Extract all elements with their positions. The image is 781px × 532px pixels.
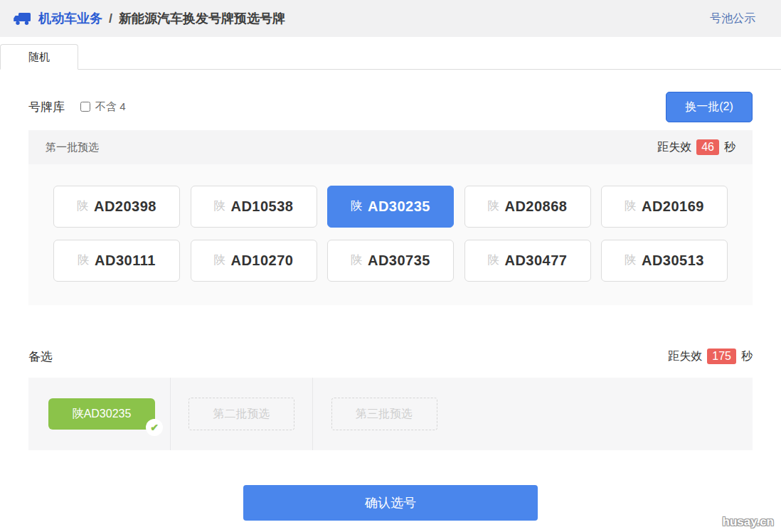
plate-option[interactable]: 陕 AD20868 <box>464 186 591 228</box>
selected-plate-button[interactable]: 陕AD30235 ✔ <box>48 398 155 430</box>
app-title: 机动车业务 <box>38 10 102 27</box>
plate-option[interactable]: 陕 AD30235 <box>327 186 454 228</box>
plate-number: AD20169 <box>642 198 704 215</box>
plate-number: AD30477 <box>504 252 567 269</box>
plate-option[interactable]: 陕 AD10270 <box>191 240 317 282</box>
countdown-prefix: 距失效 <box>657 140 691 155</box>
plate-number: AD30235 <box>368 198 430 215</box>
confirm-selection-button[interactable]: 确认选号 <box>243 485 538 521</box>
backup-bar: 陕AD30235 ✔ 第二批预选 第三批预选 <box>28 378 753 450</box>
plate-option[interactable]: 陕 AD30735 <box>327 240 454 282</box>
plate-pool-header-row: 号牌库 不含 4 换一批(2) <box>28 91 753 122</box>
tab-bar: 随机 <box>0 44 781 70</box>
second-batch-placeholder[interactable]: 第二批预选 <box>188 398 294 430</box>
pool-publicity-link[interactable]: 号池公示 <box>710 11 755 26</box>
header: 机动车业务 / 新能源汽车换发号牌预选号牌 号池公示 <box>0 0 781 37</box>
tab-random[interactable]: 随机 <box>0 44 78 70</box>
page-title: 新能源汽车换发号牌预选号牌 <box>119 10 285 27</box>
exclude-4-checkbox-input[interactable] <box>80 102 90 112</box>
backup-countdown: 距失效 175 秒 <box>668 349 753 364</box>
first-batch-label: 第一批预选 <box>46 141 99 154</box>
countdown-suffix: 秒 <box>724 140 735 155</box>
plate-province: 陕 <box>351 199 362 214</box>
plate-option[interactable]: 陕 AD30477 <box>464 240 591 282</box>
plate-pool-title: 号牌库 <box>28 99 65 115</box>
plate-province: 陕 <box>213 253 225 268</box>
first-batch-bar: 第一批预选 距失效 46 秒 <box>28 130 753 164</box>
page: 机动车业务 / 新能源汽车换发号牌预选号牌 号池公示 随机 号牌库 不含 4 换… <box>0 0 781 532</box>
change-batch-button[interactable]: 换一批(2) <box>666 92 753 122</box>
countdown-suffix: 秒 <box>741 349 753 364</box>
plate-province: 陕 <box>625 199 636 214</box>
third-batch-placeholder[interactable]: 第三批预选 <box>331 398 437 430</box>
plate-option[interactable]: 陕 AD30111 <box>53 240 180 282</box>
breadcrumb-separator: / <box>109 11 112 26</box>
first-batch-panel: 第一批预选 距失效 46 秒 陕 AD20398 陕 AD10538 陕 <box>28 130 753 305</box>
check-icon: ✔ <box>146 419 163 436</box>
breadcrumb: 机动车业务 / 新能源汽车换发号牌预选号牌 <box>13 10 285 27</box>
plate-number: AD30735 <box>368 252 430 269</box>
backup-slot-1: 陕AD30235 ✔ <box>28 378 171 450</box>
plate-province: 陕 <box>487 253 499 268</box>
exclude-4-label: 不含 4 <box>95 100 126 114</box>
plate-province: 陕 <box>213 199 225 214</box>
watermark: husay.cn <box>723 515 774 529</box>
plate-option[interactable]: 陕 AD10538 <box>191 186 317 228</box>
plate-province: 陕 <box>351 253 362 268</box>
exclude-4-checkbox[interactable]: 不含 4 <box>80 100 126 114</box>
countdown-badge: 46 <box>696 139 719 155</box>
backup-title: 备选 <box>28 349 53 365</box>
countdown-badge: 175 <box>707 349 736 364</box>
plate-province: 陕 <box>78 253 89 268</box>
backup-slot-2: 第二批预选 <box>171 378 313 450</box>
plate-option[interactable]: 陕 AD30513 <box>601 240 728 282</box>
main-content: 号牌库 不含 4 换一批(2) 第一批预选 距失效 46 秒 陕 <box>0 91 781 521</box>
plate-option[interactable]: 陕 AD20398 <box>53 186 180 228</box>
countdown-prefix: 距失效 <box>668 349 702 364</box>
plate-number: AD20398 <box>94 198 156 215</box>
plate-province: 陕 <box>77 199 88 214</box>
backup-slot-3: 第三批预选 <box>313 378 455 450</box>
selected-plate-label: 陕AD30235 <box>73 408 132 420</box>
plate-province: 陕 <box>625 253 636 268</box>
backup-header-row: 备选 距失效 175 秒 <box>28 342 753 371</box>
plate-option[interactable]: 陕 AD20169 <box>601 186 728 228</box>
plate-number: AD10538 <box>230 198 293 215</box>
plate-grid: 陕 AD20398 陕 AD10538 陕 AD30235 陕 AD20868 … <box>28 164 753 305</box>
truck-icon <box>13 11 32 26</box>
plate-province: 陕 <box>487 199 499 214</box>
first-batch-countdown: 距失效 46 秒 <box>657 139 735 155</box>
plate-number: AD30111 <box>95 252 156 269</box>
plate-number: AD30513 <box>642 252 704 269</box>
plate-number: AD20868 <box>504 198 567 215</box>
plate-number: AD10270 <box>230 252 293 269</box>
